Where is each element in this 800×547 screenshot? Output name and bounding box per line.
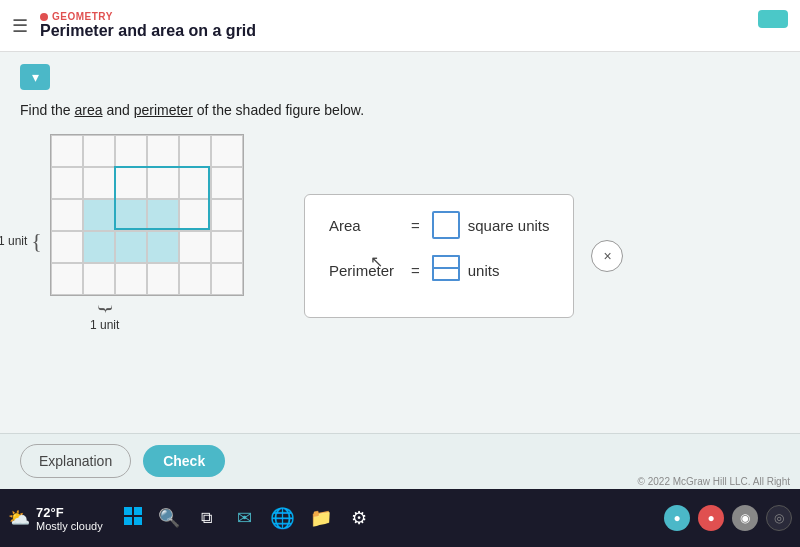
red-taskbar-icon[interactable]: ● — [698, 505, 724, 531]
perimeter-unit: units — [468, 262, 500, 279]
q-area-link[interactable]: area — [74, 102, 102, 118]
grid-cell — [83, 263, 115, 295]
mail-icon[interactable]: ✉ — [229, 502, 261, 534]
temperature: 72°F — [36, 505, 103, 520]
category-label: GEOMETRY — [40, 11, 256, 22]
grid-cell — [51, 167, 83, 199]
answer-box: Area = square units Perimeter = units × — [304, 194, 574, 318]
explanation-button[interactable]: Explanation — [20, 444, 131, 478]
grid-cell — [211, 231, 243, 263]
taskbar-weather: ⛅ 72°F Mostly cloudy — [8, 505, 103, 532]
close-button[interactable]: × — [591, 240, 623, 272]
hamburger-icon[interactable]: ☰ — [12, 15, 28, 37]
teal-taskbar-icon[interactable]: ● — [664, 505, 690, 531]
settings-icon[interactable]: ⚙ — [343, 502, 375, 534]
grid-cell — [83, 199, 115, 231]
svg-rect-3 — [134, 517, 142, 525]
grid-cell — [51, 199, 83, 231]
grid-cell — [211, 135, 243, 167]
grid-cell — [115, 263, 147, 295]
grid-cell — [179, 167, 211, 199]
category-dot — [40, 13, 48, 21]
unit-label-left-text: 1 unit — [0, 234, 27, 248]
unit-label-bottom: } 1 unit — [90, 300, 119, 332]
chevron-button[interactable] — [20, 64, 50, 90]
q-suffix: of the shaded figure below. — [193, 102, 364, 118]
unit-label-bottom-text: 1 unit — [90, 318, 119, 332]
grid-cell — [179, 135, 211, 167]
gray-taskbar-icon[interactable]: ◉ — [732, 505, 758, 531]
grid-cell — [179, 263, 211, 295]
grid-cell — [147, 135, 179, 167]
search-taskbar-icon[interactable]: 🔍 — [153, 502, 185, 534]
area-unit: square units — [468, 217, 550, 234]
svg-rect-0 — [124, 507, 132, 515]
brace-left: { — [31, 230, 42, 252]
main-content: 1 unit { } 1 unit Area = — [20, 134, 780, 318]
grid-cell — [115, 167, 147, 199]
grid-cell — [179, 231, 211, 263]
task-view-icon[interactable]: ⧉ — [191, 502, 223, 534]
windows-icon — [123, 506, 143, 526]
dark-taskbar-icon[interactable]: ◎ — [766, 505, 792, 531]
grid-cell — [147, 263, 179, 295]
grid-cell — [51, 263, 83, 295]
question-text: Find the area and perimeter of the shade… — [20, 102, 780, 118]
grid-cell — [115, 231, 147, 263]
area-equals: = — [411, 217, 420, 234]
top-bar: ☰ GEOMETRY Perimeter and area on a grid — [0, 0, 800, 52]
category-text: GEOMETRY — [52, 11, 113, 22]
grid — [50, 134, 244, 296]
grid-cell — [179, 199, 211, 231]
grid-cell — [147, 199, 179, 231]
grid-cell — [211, 167, 243, 199]
files-icon[interactable]: 📁 — [305, 502, 337, 534]
grid-cell — [83, 231, 115, 263]
copyright: © 2022 McGraw Hill LLC. All Right — [638, 476, 790, 487]
q-middle: and — [103, 102, 134, 118]
grid-cell — [211, 199, 243, 231]
perimeter-row: Perimeter = units — [329, 255, 549, 285]
content-area: Find the area and perimeter of the shade… — [0, 52, 800, 482]
taskbar-right: ● ● ◉ ◎ — [664, 505, 792, 531]
grid-cell — [51, 135, 83, 167]
taskbar: ⛅ 72°F Mostly cloudy 🔍 ⧉ ✉ 🌐 📁 ⚙ — [0, 489, 800, 547]
grid-cell — [147, 231, 179, 263]
grid-cell — [211, 263, 243, 295]
grid-cell — [83, 135, 115, 167]
grid-wrapper: 1 unit { } 1 unit — [50, 134, 244, 296]
brace-bottom: } — [96, 303, 114, 315]
q-prefix: Find the — [20, 102, 74, 118]
perimeter-equals: = — [411, 262, 420, 279]
area-input[interactable] — [432, 211, 460, 239]
windows-button[interactable] — [119, 502, 147, 535]
grid-cell — [147, 167, 179, 199]
svg-rect-2 — [124, 517, 132, 525]
edge-icon[interactable]: 🌐 — [267, 502, 299, 534]
top-bar-indicator — [758, 10, 788, 28]
weather-icon: ⛅ — [8, 507, 30, 529]
weather-description: Mostly cloudy — [36, 520, 103, 532]
area-row: Area = square units — [329, 211, 549, 239]
svg-rect-1 — [134, 507, 142, 515]
grid-cell — [51, 231, 83, 263]
top-bar-text: GEOMETRY Perimeter and area on a grid — [40, 11, 256, 40]
grid-cell — [115, 135, 147, 167]
grid-container: 1 unit { } 1 unit — [50, 134, 244, 296]
q-perimeter-link[interactable]: perimeter — [134, 102, 193, 118]
perimeter-input[interactable] — [432, 255, 460, 285]
grid-cell — [115, 199, 147, 231]
area-label: Area — [329, 217, 399, 234]
perimeter-label: Perimeter — [329, 262, 399, 279]
unit-label-left: 1 unit { — [0, 230, 42, 252]
grid-cell — [83, 167, 115, 199]
weather-row: ⛅ 72°F Mostly cloudy — [8, 505, 103, 532]
page-title: Perimeter and area on a grid — [40, 22, 256, 40]
check-button[interactable]: Check — [143, 445, 225, 477]
